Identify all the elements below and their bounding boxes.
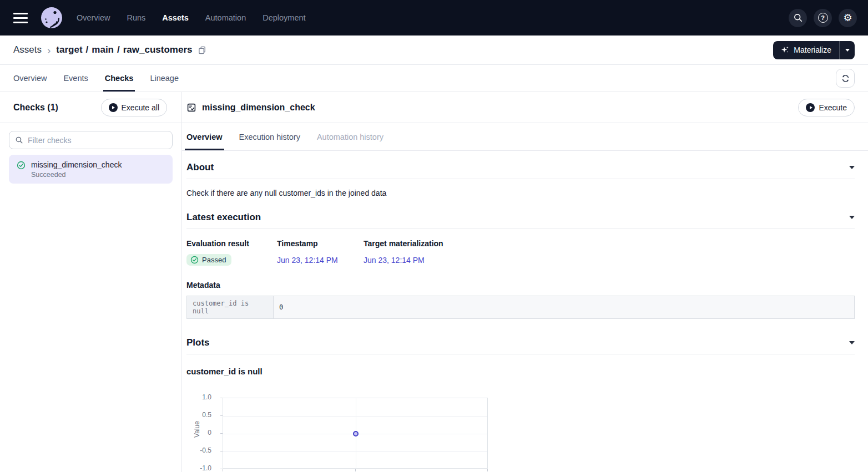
check-detail-content: About Check if there are any null custom… [182,151,868,472]
collapse-caret-icon[interactable] [849,341,855,344]
gear-icon: ⚙ [843,13,852,23]
about-heading: About [186,162,214,173]
breadcrumb-slash: / [86,44,89,55]
check-success-icon [17,161,26,179]
y-tick-label: 1.0 [186,393,217,401]
metadata-row: customer_id is null 0 [187,296,855,319]
execute-button[interactable]: Execute [798,99,855,116]
execute-all-button[interactable]: Execute all [101,99,167,116]
play-icon [109,103,118,112]
x-tick-mark [355,469,356,471]
x-tick-mark [487,469,488,471]
breadcrumb-asset-name: raw_customers [123,44,193,55]
nav-deployment[interactable]: Deployment [263,13,305,22]
hamburger-menu-icon[interactable] [13,13,29,23]
metadata-value: 0 [274,296,855,319]
check-circle-icon [190,256,199,264]
col-target-materialization: Target materialization [364,239,855,248]
plots-heading: Plots [186,337,210,348]
check-item-status: Succeeded [31,171,122,179]
y-tick-label: 0 [186,429,217,437]
play-icon [806,103,815,112]
tab-automation-history[interactable]: Automation history [317,123,383,150]
filter-checks-input[interactable] [28,136,166,145]
about-description: Check if there are any null customer_ids… [186,189,855,197]
materialize-label: Materialize [794,45,831,54]
breadcrumb-row: Assets › target / main / raw_customers M… [0,35,868,65]
nav-runs[interactable]: Runs [127,13,145,22]
y-tick-label: -0.5 [186,446,217,454]
check-detail-panel: missing_dimension_check Execute Overview… [182,92,868,472]
col-timestamp: Timestamp [277,239,364,248]
search-icon [793,13,803,23]
y-tick-label: -1.0 [186,464,217,472]
x-tick-mark [223,469,223,471]
check-detail-tabs: Overview Execution history Automation hi… [182,123,868,151]
active-tab-underline [185,149,224,150]
check-detail-title: missing_dimension_check [202,103,315,113]
active-tab-underline [103,90,135,92]
help-icon: ? [818,13,828,23]
timestamp-link[interactable]: Jun 23, 12:14 PM [277,256,364,265]
filter-checks-box [9,131,173,149]
breadcrumb-assets-link[interactable]: Assets [13,44,42,55]
copy-icon[interactable] [198,45,207,55]
latest-execution-heading: Latest execution [186,212,261,223]
breadcrumb-segment-target[interactable]: target [56,44,82,55]
chevron-right-icon: › [47,45,51,55]
check-document-icon [186,103,196,113]
refresh-button[interactable] [836,69,855,88]
divider [186,229,855,229]
value-scatter-chart: Value 1.0 0.5 0 -0.5 -1.0 [186,394,855,472]
breadcrumb-slash: / [117,44,120,55]
chevron-down-icon [845,49,850,52]
divider [186,354,855,354]
tab-checks[interactable]: Checks [105,65,134,92]
checks-sidebar: Checks (1) Execute all [0,92,182,472]
y-tick-label: 0.5 [186,411,217,419]
nav-icon-group: ? ⚙ [789,9,857,27]
materialize-button[interactable]: Materialize [773,41,839,59]
dagster-logo-icon[interactable] [41,7,62,28]
nav-assets[interactable]: Assets [162,13,189,22]
gridline [223,451,487,452]
metadata-table: customer_id is null 0 [186,296,855,319]
check-list-item[interactable]: missing_dimension_check Succeeded [9,155,173,184]
nav-overview[interactable]: Overview [77,13,110,22]
passed-status-badge: Passed [186,254,231,266]
check-item-name: missing_dimension_check [31,160,122,169]
target-materialization-link[interactable]: Jun 23, 12:14 PM [364,256,855,265]
materialize-dropdown-button[interactable] [839,41,855,59]
col-evaluation-result: Evaluation result [186,239,277,248]
sparkle-icon [781,46,789,54]
divider [186,179,855,179]
collapse-caret-icon[interactable] [849,166,855,169]
nav-automation[interactable]: Automation [205,13,246,22]
data-point [353,431,359,437]
help-button[interactable]: ? [814,9,832,27]
materialize-split-button: Materialize [773,41,855,59]
gridline [223,416,487,417]
breadcrumb-segment-main[interactable]: main [92,44,114,55]
tab-lineage[interactable]: Lineage [150,65,179,92]
tab-execution-history[interactable]: Execution history [239,123,300,150]
top-nav: Overview Runs Assets Automation Deployme… [0,0,868,35]
plot-title: customer_id is null [186,367,855,376]
asset-tabs-row: Overview Events Checks Lineage [0,65,868,92]
primary-nav: Overview Runs Assets Automation Deployme… [77,13,306,22]
refresh-icon [841,74,850,83]
search-icon [15,136,23,144]
search-button[interactable] [789,9,807,27]
collapse-caret-icon[interactable] [849,216,855,219]
metadata-heading: Metadata [186,281,855,290]
tab-events[interactable]: Events [63,65,88,92]
checks-panel-title: Checks (1) [13,103,58,113]
metadata-key: customer_id is null [187,296,274,319]
plot-area [223,398,488,469]
settings-button[interactable]: ⚙ [839,9,857,27]
tab-check-overview[interactable]: Overview [186,123,223,150]
tab-overview[interactable]: Overview [13,65,47,92]
